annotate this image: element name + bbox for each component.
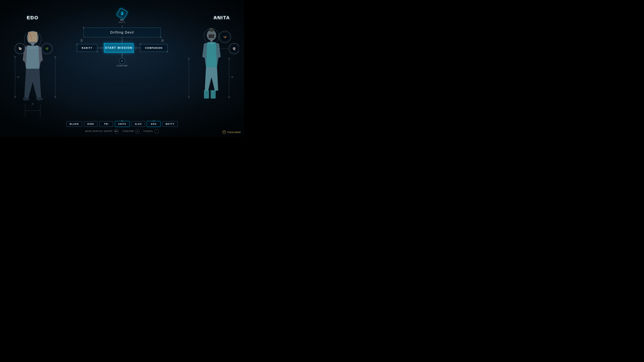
horiz-line-right-2 xyxy=(137,48,140,48)
horiz-line-left-2 xyxy=(102,48,104,48)
vert-seg-4 xyxy=(122,56,122,58)
vert-seg-1 xyxy=(122,37,122,40)
companion-button[interactable]: COMPANION xyxy=(140,44,167,52)
cancel-ctrl-label: CANCEL xyxy=(144,130,153,132)
char-card-betty[interactable]: BETTY xyxy=(162,121,178,127)
control-cancel: CANCEL ○ xyxy=(144,129,159,133)
svg-point-6 xyxy=(23,97,29,100)
confirm-x-icon: ✕ xyxy=(121,60,123,62)
bottom-controls: MASK DISPLAY ON/OFF R3 CONFIRM ✕ CANCEL … xyxy=(85,129,159,133)
char-selector: BLAKEDONITRIANITAALEXEDOBETTY xyxy=(66,121,178,127)
mission-box: Drifting Devil xyxy=(84,28,161,37)
confirm-area: ✕ CONFIRM xyxy=(116,58,128,67)
confirm-ctrl-button[interactable]: ✕ xyxy=(135,129,139,133)
char-card-dot-anita xyxy=(122,120,123,122)
vert-seg-3 xyxy=(122,53,122,54)
mission-name: Drifting Devil xyxy=(110,30,134,34)
char-card-label-betty: BETTY xyxy=(166,123,174,125)
character-right-area: ANITA 鳥 鵑 玫 xyxy=(186,10,239,124)
day-days: DAYS xyxy=(118,21,126,23)
char-card-blake[interactable]: BLAKE xyxy=(66,121,82,127)
day-number: 3 xyxy=(121,11,123,16)
char-card-anita[interactable]: ANITA xyxy=(115,121,130,127)
svg-rect-31 xyxy=(209,34,214,38)
connector-circle-top xyxy=(121,40,123,42)
vert-connector-1 xyxy=(121,37,123,43)
brand-logo: THEGAMER xyxy=(222,130,241,134)
char-card-label-doni: DONI xyxy=(88,123,94,125)
brand-name: THEGAMER xyxy=(227,131,241,134)
rarity-button[interactable]: RARITY xyxy=(77,44,97,52)
confirm-ctrl-label: CONFIRM xyxy=(122,130,134,132)
kanji-companion: 次 xyxy=(161,38,164,42)
svg-rect-32 xyxy=(210,40,213,43)
svg-text:🌿: 🌿 xyxy=(45,47,49,50)
day-label-group: RD DAYS xyxy=(118,19,126,23)
char-card-label-tri: TRI xyxy=(104,123,108,125)
char-card-dot-edo xyxy=(153,120,154,122)
horiz-line-right-1 xyxy=(134,48,135,48)
svg-rect-5 xyxy=(31,43,34,46)
svg-point-28 xyxy=(32,103,33,105)
vert-line-1 xyxy=(122,25,122,28)
start-mission-button[interactable]: START MISSION xyxy=(104,43,134,53)
char-card-label-anita: ANITA xyxy=(118,123,126,125)
char-card-alex[interactable]: ALEX xyxy=(132,121,145,127)
vert-connector-2 xyxy=(121,53,123,58)
character-left-area: EDO 陳 輝 xyxy=(5,10,59,124)
svg-rect-33 xyxy=(204,90,209,98)
connector-left xyxy=(100,47,102,49)
char-card-edo[interactable]: EDO xyxy=(147,121,160,127)
start-mission-text: START MISSION xyxy=(105,46,132,49)
mask-label: MASK DISPLAY ON/OFF xyxy=(85,130,113,132)
char-figure-left-svg: 🐚 🌿 xyxy=(5,10,59,124)
kanji-rarity: 主 xyxy=(80,38,83,42)
char-card-label-blake: BLAKE xyxy=(70,123,79,125)
day-hexagon: 3 xyxy=(116,7,128,19)
svg-text:👻: 👻 xyxy=(232,47,236,50)
char-card-tri[interactable]: TRI xyxy=(100,121,113,127)
central-ui: 3 RD DAYS Drifting Devil 主 次 RARITY STAR… xyxy=(77,9,167,67)
connector-right xyxy=(135,47,137,49)
confirm-label: CONFIRM xyxy=(116,65,128,67)
cancel-ctrl-button[interactable]: ○ xyxy=(154,129,159,133)
char-card-label-alex: ALEX xyxy=(135,123,142,125)
day-rd: RD xyxy=(120,19,124,21)
horiz-line-left xyxy=(97,48,100,48)
vert-seg-2 xyxy=(122,42,122,43)
char-figure-right-svg: 🦋 👻 xyxy=(186,10,239,124)
svg-text:🦋: 🦋 xyxy=(223,35,227,39)
svg-rect-34 xyxy=(211,90,216,98)
brand-icon-svg xyxy=(222,130,226,134)
control-mask: MASK DISPLAY ON/OFF R3 xyxy=(85,129,118,133)
connector-circle-bottom xyxy=(121,54,123,56)
char-card-doni[interactable]: DONI xyxy=(84,121,98,127)
char-card-label-edo: EDO xyxy=(151,123,157,125)
day-counter: 3 RD DAYS xyxy=(118,9,126,23)
center-row: 主 次 RARITY START MISSION COMPANION xyxy=(77,43,167,53)
control-confirm: CONFIRM ✕ xyxy=(122,129,140,133)
mask-button[interactable]: R3 xyxy=(114,129,118,133)
confirm-circle[interactable]: ✕ xyxy=(119,58,125,64)
svg-text:🐚: 🐚 xyxy=(18,47,22,50)
svg-point-7 xyxy=(36,97,43,100)
